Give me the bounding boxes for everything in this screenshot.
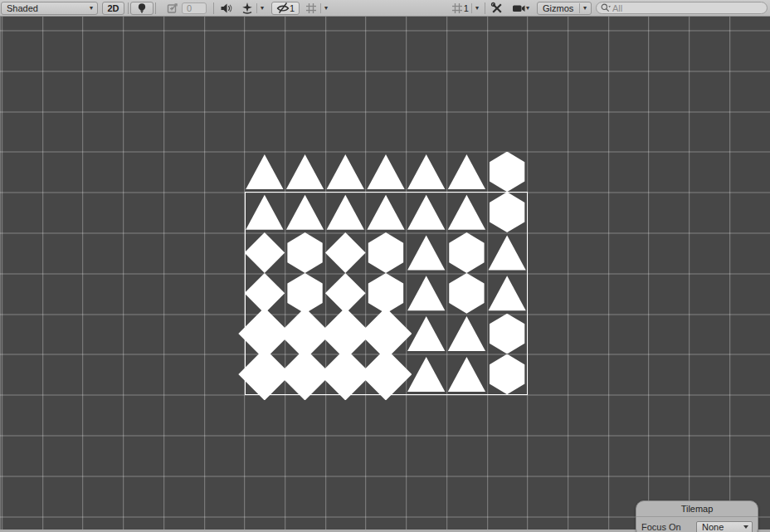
panel-title: Tilemap bbox=[636, 501, 758, 517]
lighting-toggle-button[interactable] bbox=[130, 2, 154, 15]
crossed-eye-icon bbox=[276, 2, 290, 15]
chevron-down-icon: ▾ bbox=[89, 5, 94, 12]
chevron-down-icon: ▾ bbox=[324, 5, 329, 12]
tilemap-focus-panel: Tilemap Focus On None bbox=[636, 500, 758, 532]
gizmos-dropdown[interactable]: Gizmos ▾ bbox=[537, 2, 592, 15]
scene-toolbar: Shaded ▾ 2D 0 bbox=[0, 0, 770, 17]
camera-icon bbox=[512, 2, 525, 15]
tile-triangle[interactable] bbox=[325, 152, 366, 193]
scene-view-window: Shaded ▾ 2D 0 bbox=[0, 0, 770, 532]
grid-icon bbox=[451, 2, 464, 15]
focus-on-value: None bbox=[702, 522, 724, 532]
search-input[interactable] bbox=[611, 3, 763, 13]
grid-icon bbox=[305, 2, 318, 15]
flare-icon bbox=[166, 2, 179, 15]
tile-triangle[interactable] bbox=[366, 152, 407, 193]
chevron-down-icon: ▾ bbox=[582, 5, 587, 12]
grid-size-dropdown[interactable]: 1 ▾ bbox=[447, 2, 483, 15]
shading-mode-label: Shaded bbox=[5, 3, 40, 13]
toolbar-separator bbox=[471, 3, 472, 13]
focus-on-label: Focus On bbox=[641, 522, 681, 532]
effects-dropdown-button[interactable]: ▾ bbox=[237, 2, 268, 15]
toolbar-separator bbox=[128, 2, 129, 14]
2d-toggle-button[interactable]: 2D bbox=[102, 2, 124, 15]
grid-visibility-dropdown[interactable]: ▾ bbox=[301, 2, 332, 15]
audio-toggle-button[interactable] bbox=[216, 2, 236, 15]
effects-icon bbox=[241, 2, 254, 15]
toolbar-separator bbox=[320, 3, 321, 13]
chevron-down-icon: ▾ bbox=[525, 5, 530, 12]
toolbar-separator bbox=[155, 2, 156, 14]
tools-icon bbox=[490, 2, 504, 15]
chevron-down-icon bbox=[743, 525, 748, 529]
grid-size-value: 1 bbox=[464, 3, 469, 13]
toolbar-separator bbox=[485, 2, 485, 14]
lightbulb-icon bbox=[135, 2, 149, 15]
2d-label: 2D bbox=[107, 3, 119, 13]
audio-icon bbox=[219, 2, 232, 15]
scene-viewport[interactable]: Tilemap Focus On None bbox=[0, 17, 770, 532]
gizmos-label: Gizmos bbox=[541, 3, 575, 13]
tile-triangle[interactable] bbox=[406, 152, 446, 193]
toolbar-separator bbox=[213, 2, 214, 14]
tilemap-selection-box bbox=[245, 192, 528, 394]
chevron-down-icon: ▾ bbox=[260, 5, 265, 12]
tools-button[interactable] bbox=[487, 2, 507, 15]
scene-search-field[interactable] bbox=[596, 2, 768, 14]
camera-dropdown-button[interactable]: ▾ bbox=[509, 2, 534, 15]
hidden-objects-toggle[interactable]: 1 bbox=[271, 2, 300, 15]
tile-hexagon[interactable] bbox=[487, 152, 528, 193]
shading-mode-dropdown[interactable]: Shaded ▾ bbox=[1, 2, 98, 15]
hidden-count-label: 1 bbox=[290, 3, 295, 13]
toolbar-separator bbox=[256, 3, 257, 13]
flare-control[interactable]: 0 bbox=[163, 2, 210, 15]
focus-on-dropdown[interactable]: None bbox=[696, 521, 753, 532]
tile-triangle[interactable] bbox=[245, 152, 285, 193]
tile-triangle[interactable] bbox=[285, 152, 325, 193]
flare-count-field: 0 bbox=[182, 2, 207, 14]
chevron-down-icon: ▾ bbox=[475, 5, 480, 12]
tile-triangle[interactable] bbox=[446, 152, 487, 193]
search-icon bbox=[600, 2, 611, 13]
toolbar-separator bbox=[579, 3, 580, 13]
